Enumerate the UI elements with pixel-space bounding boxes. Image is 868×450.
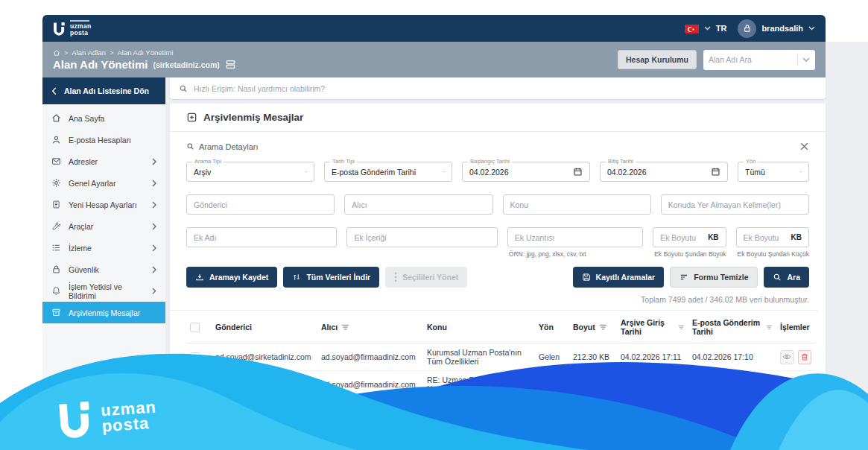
arama-tipi-select[interactable]: Arama Tipi Arşiv: [186, 162, 314, 182]
attachment-size-max-field[interactable]: KB: [736, 227, 809, 247]
sort-icon[interactable]: [766, 325, 773, 329]
sidebar-item-4[interactable]: Yeni Hesap Ayarları: [42, 194, 165, 215]
sender-input[interactable]: [186, 194, 335, 215]
sort-icon[interactable]: [678, 325, 685, 330]
column-header[interactable]: Arşive Giriş Tarihi: [617, 311, 688, 343]
select-all-checkbox[interactable]: [190, 323, 200, 332]
search-button[interactable]: Ara: [764, 267, 809, 288]
row-checkbox[interactable]: [190, 352, 200, 362]
back-to-domain-list-button[interactable]: Alan Adı Listesine Dön: [42, 77, 165, 104]
sort-icon[interactable]: [341, 324, 349, 330]
calendar-icon[interactable]: [711, 167, 720, 177]
domain-search-input[interactable]: [709, 55, 793, 64]
view-button[interactable]: [780, 431, 794, 445]
brand-glyph-icon: [53, 22, 66, 36]
turkish-flag-icon[interactable]: [685, 24, 699, 34]
subject-exclude-input[interactable]: [661, 194, 809, 215]
tarih-tipi-select[interactable]: Tarih Tipi E-posta Gönderim Tarihi: [324, 162, 452, 182]
subject-input[interactable]: [503, 194, 651, 215]
attachment-extension-input[interactable]: [507, 227, 643, 247]
subheader: > Alan Adları > Alan Adı Yönetimi Alan A…: [42, 42, 826, 77]
language-label[interactable]: TR: [716, 24, 727, 33]
save-search-button[interactable]: Aramayı Kaydet: [186, 267, 277, 288]
attachment-size-max-input[interactable]: [744, 233, 788, 242]
column-header[interactable]: Boyut: [569, 311, 617, 343]
content-area: Arşivlenmiş Mesajlar Arama Detayları: [165, 77, 826, 450]
sidebar-item-8[interactable]: İşlem Yetkisi ve Bildirimi: [42, 280, 165, 302]
username-label[interactable]: brandsalih: [761, 24, 803, 33]
column-header[interactable]: Alıcı: [317, 311, 423, 343]
domain-search[interactable]: [703, 50, 815, 70]
delete-button[interactable]: [798, 431, 812, 445]
user-menu-chevron-down-icon[interactable]: [808, 26, 815, 30]
sidebar-item-1[interactable]: E-posta Hesapları: [42, 129, 165, 150]
cell-sender: ad.soyad@sirketadiniz.com: [212, 343, 317, 371]
quick-access-bar[interactable]: [170, 77, 826, 99]
chevron-right-icon: [152, 288, 156, 294]
column-header: Gönderici: [212, 311, 317, 343]
cell-sender: ad.soyad@sirketadiniz.com: [212, 426, 317, 450]
row-checkbox[interactable]: [190, 408, 200, 417]
sidebar-item-label: Araçlar: [69, 222, 93, 231]
sidebar-item-6[interactable]: İzleme: [42, 237, 165, 259]
recipient-input[interactable]: [344, 194, 492, 215]
attachment-content-input[interactable]: [346, 227, 497, 247]
download-all-button[interactable]: Tüm Verileri İndir: [283, 267, 379, 288]
cell-recipient: ad.soyad@firmaadiniz.com: [317, 343, 423, 371]
mail-icon: [51, 156, 61, 166]
direction-select[interactable]: Yön Tümü: [738, 162, 809, 182]
top-navbar: uzman posta TR brandsalih: [42, 15, 826, 42]
domain-search-chevron-down-icon[interactable]: [802, 57, 810, 62]
search-details-icon: [186, 142, 194, 150]
language-chevron-down-icon[interactable]: [704, 26, 711, 30]
lock-icon: [51, 264, 61, 274]
attachment-size-min-field[interactable]: KB: [653, 227, 726, 247]
table-row: ad.soyad@sirketadiniz.comad.soyad@firmaa…: [186, 426, 815, 450]
close-icon[interactable]: [799, 142, 809, 151]
view-button[interactable]: [780, 350, 794, 364]
chevron-right-icon: [152, 223, 156, 230]
logo-tagline: [70, 20, 89, 22]
clear-form-button[interactable]: Formu Temizle: [670, 267, 758, 288]
home-icon[interactable]: [53, 49, 60, 57]
sidebar-item-7[interactable]: Güvenlik: [42, 259, 165, 280]
cell-archive_date: 04.02.2026 17:11: [617, 371, 688, 399]
breadcrumb-item-alan-adlari[interactable]: Alan Adları: [72, 48, 106, 57]
sidebar-item-0[interactable]: Ana Sayfa: [42, 107, 165, 129]
calendar-icon[interactable]: [573, 167, 583, 177]
cell-direction: Gelen: [535, 343, 569, 371]
avatar[interactable]: [738, 19, 756, 38]
brand-text: uzman posta: [70, 20, 91, 37]
quick-access-input[interactable]: [194, 84, 817, 93]
end-date-field[interactable]: Bitiş Tarihi 04.02.2026: [600, 162, 728, 182]
page-background-gutter: [826, 42, 868, 450]
home-icon: [51, 113, 61, 123]
result-summary: Toplam 7499 adet / 346.02 MB veri bulunm…: [170, 292, 826, 310]
view-button[interactable]: [780, 378, 794, 392]
page-title-domain: (sirketadiniz.com): [153, 60, 220, 69]
row-checkbox[interactable]: [190, 433, 200, 443]
sidebar-item-3[interactable]: Genel Ayarlar: [42, 172, 165, 194]
chevron-right-icon: [152, 180, 156, 187]
table-row: ad.soyad@sirketadiniz.comad.soyad@firmaa…: [186, 399, 815, 426]
brand-logo[interactable]: uzman posta: [53, 20, 91, 37]
sidebar-item-2[interactable]: Adresler: [42, 150, 165, 172]
view-button[interactable]: [780, 405, 794, 419]
row-checkbox[interactable]: [190, 380, 200, 390]
column-header[interactable]: E-posta Gönderim Tarihi: [688, 311, 776, 343]
wrench-icon: [51, 221, 61, 231]
domain-stack-icon[interactable]: [225, 59, 236, 70]
saved-searches-button[interactable]: Kayıtlı Aramalar: [573, 267, 665, 288]
delete-button[interactable]: [798, 378, 812, 392]
sidebar-item-5[interactable]: Araçlar: [42, 215, 165, 237]
delete-button[interactable]: [798, 350, 812, 364]
breadcrumb-item-alan-adi-yonetimi[interactable]: Alan Adı Yönetimi: [117, 48, 173, 57]
delete-button[interactable]: [798, 405, 812, 419]
account-setup-button[interactable]: Hesap Kurulumu: [618, 50, 697, 69]
attachment-name-input[interactable]: [186, 227, 337, 247]
attachment-size-min-input[interactable]: [660, 233, 705, 242]
sort-icon[interactable]: [599, 324, 607, 330]
start-date-field[interactable]: Başlangıç Tarihi 04.02.2026: [462, 162, 590, 182]
sidebar-item-9[interactable]: Arşivlenmiş Mesajlar: [42, 302, 165, 323]
sidebar: Alan Adı Listesine Dön Ana SayfaE-posta …: [42, 77, 165, 450]
